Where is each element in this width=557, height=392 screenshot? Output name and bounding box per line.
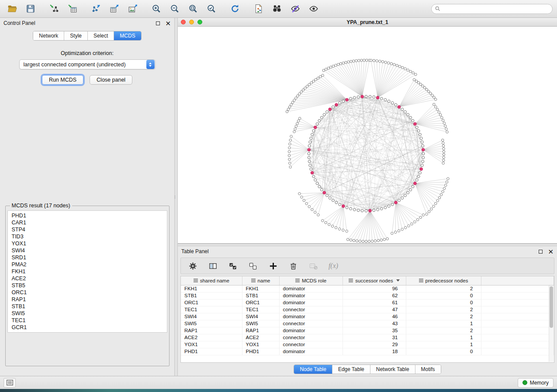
add-row-button[interactable] bbox=[267, 260, 279, 272]
cell-predecessor-nodes[interactable]: 0 bbox=[406, 292, 481, 299]
cell-mcds-role[interactable]: dominator bbox=[279, 299, 343, 306]
cell-successor-nodes[interactable]: 46 bbox=[343, 313, 406, 320]
save-session-button[interactable] bbox=[23, 2, 38, 16]
tab-motifs[interactable]: Motifs bbox=[415, 365, 441, 374]
table-row[interactable]: TEC1TEC1connector472 bbox=[181, 306, 554, 313]
cell-mcds-role[interactable]: dominator bbox=[279, 348, 343, 355]
table-row[interactable]: PHD1PHD1dominator180 bbox=[181, 348, 554, 355]
float-table-panel-icon[interactable] bbox=[539, 250, 543, 254]
import-network-button[interactable] bbox=[46, 2, 62, 16]
mcds-result-item[interactable]: PHD1 bbox=[8, 212, 167, 219]
show-columns-button[interactable] bbox=[207, 260, 218, 272]
cell-successor-nodes[interactable]: 43 bbox=[343, 320, 406, 327]
mcds-result-item[interactable]: YOX1 bbox=[8, 240, 167, 247]
cell-shared-name[interactable]: SWI4 bbox=[181, 313, 242, 320]
cell-mcds-role[interactable]: dominator bbox=[279, 327, 343, 334]
cell-shared-name[interactable]: TEC1 bbox=[181, 306, 242, 313]
cell-mcds-role[interactable]: dominator bbox=[279, 285, 343, 292]
cell-name[interactable]: PHD1 bbox=[242, 348, 279, 355]
zoom-in-button[interactable] bbox=[149, 2, 164, 16]
cell-predecessor-nodes[interactable]: 0 bbox=[406, 299, 481, 306]
mcds-result-item[interactable]: RAP1 bbox=[8, 296, 167, 303]
mcds-result-item[interactable]: SWI4 bbox=[8, 247, 167, 254]
mcds-result-item[interactable]: GCR1 bbox=[8, 324, 167, 331]
table-row[interactable]: FKH1FKH1dominator962 bbox=[181, 285, 554, 292]
export-image-button[interactable] bbox=[125, 2, 141, 16]
cell-predecessor-nodes[interactable]: 2 bbox=[406, 306, 481, 313]
close-table-panel-icon[interactable]: ✕ bbox=[548, 248, 554, 255]
mcds-result-item[interactable]: ORC1 bbox=[8, 289, 167, 296]
cell-mcds-role[interactable]: dominator bbox=[279, 313, 343, 320]
cell-successor-nodes[interactable]: 47 bbox=[343, 306, 406, 313]
cell-shared-name[interactable]: STB1 bbox=[181, 292, 242, 299]
show-panels-button[interactable] bbox=[3, 378, 16, 388]
cell-successor-nodes[interactable]: 62 bbox=[343, 292, 406, 299]
cell-predecessor-nodes[interactable]: 1 bbox=[406, 320, 481, 327]
tab-network[interactable]: Network bbox=[33, 31, 64, 40]
hide-graphics-details-button[interactable] bbox=[287, 2, 303, 16]
cell-predecessor-nodes[interactable]: 2 bbox=[406, 327, 481, 334]
cell-shared-name[interactable]: ORC1 bbox=[181, 299, 242, 306]
cell-name[interactable]: FKH1 bbox=[242, 285, 279, 292]
cell-mcds-role[interactable]: connector bbox=[279, 341, 343, 348]
cell-name[interactable]: SWI5 bbox=[242, 320, 279, 327]
window-close-icon[interactable] bbox=[181, 20, 186, 24]
cell-name[interactable]: YOX1 bbox=[242, 341, 279, 348]
export-table-button[interactable] bbox=[107, 2, 122, 16]
cell-mcds-role[interactable]: connector bbox=[279, 320, 343, 327]
search-input[interactable] bbox=[443, 6, 549, 12]
window-maximize-icon[interactable] bbox=[197, 20, 202, 24]
deselect-all-button[interactable] bbox=[247, 260, 259, 272]
cell-mcds-role[interactable]: dominator bbox=[279, 292, 343, 299]
mcds-result-item[interactable]: STB5 bbox=[8, 282, 167, 289]
open-session-button[interactable] bbox=[4, 2, 20, 16]
cell-predecessor-nodes[interactable]: 2 bbox=[406, 285, 481, 292]
float-panel-icon[interactable] bbox=[156, 21, 160, 25]
cell-predecessor-nodes[interactable]: 0 bbox=[406, 348, 481, 355]
tab-network-table[interactable]: Network Table bbox=[370, 365, 415, 374]
mcds-result-list[interactable]: PHD1CAR1STP4TID3YOX1SWI4SRD1PMA2FKH1ACE2… bbox=[7, 210, 167, 333]
cell-predecessor-nodes[interactable]: 1 bbox=[406, 341, 481, 348]
vertical-splitter[interactable]: … bbox=[175, 18, 178, 376]
tab-edge-table[interactable]: Edge Table bbox=[332, 365, 370, 374]
run-mcds-button[interactable]: Run MCDS bbox=[42, 75, 83, 85]
table-row[interactable]: STB1STB1dominator620 bbox=[181, 292, 554, 299]
mcds-result-item[interactable]: STP4 bbox=[8, 226, 167, 233]
table-row[interactable]: YOX1YOX1connector291 bbox=[181, 341, 554, 348]
cell-name[interactable]: TEC1 bbox=[242, 306, 279, 313]
mcds-result-item[interactable]: SWI5 bbox=[8, 310, 167, 317]
cell-name[interactable]: ACE2 bbox=[242, 334, 279, 341]
mcds-result-item[interactable]: PMA2 bbox=[8, 261, 167, 268]
function-builder-button[interactable]: f(x) bbox=[328, 260, 339, 272]
close-panel-icon[interactable]: ✕ bbox=[165, 20, 171, 27]
network-canvas[interactable] bbox=[178, 27, 557, 243]
table-settings-button[interactable] bbox=[187, 260, 198, 272]
cell-successor-nodes[interactable]: 29 bbox=[343, 341, 406, 348]
cell-name[interactable]: ORC1 bbox=[242, 299, 279, 306]
close-mcds-panel-button[interactable]: Close panel bbox=[90, 75, 132, 85]
mcds-result-item[interactable]: CAR1 bbox=[8, 219, 167, 226]
tab-node-table[interactable]: Node Table bbox=[294, 365, 332, 374]
clear-table-button-disabled[interactable] bbox=[308, 260, 319, 272]
column-header-name[interactable]: name bbox=[242, 276, 279, 285]
scrollbar-thumb[interactable] bbox=[550, 286, 553, 328]
cell-successor-nodes[interactable]: 61 bbox=[343, 299, 406, 306]
column-header-shared-name[interactable]: shared name bbox=[181, 276, 242, 285]
table-row[interactable]: SWI5SWI5connector431 bbox=[181, 320, 554, 327]
table-scrollbar[interactable] bbox=[549, 285, 554, 362]
cell-name[interactable]: SWI4 bbox=[242, 313, 279, 320]
cell-successor-nodes[interactable]: 18 bbox=[343, 348, 406, 355]
refresh-button[interactable] bbox=[227, 2, 243, 16]
cell-shared-name[interactable]: ACE2 bbox=[181, 334, 242, 341]
zoom-selected-button[interactable] bbox=[204, 2, 219, 16]
zoom-out-button[interactable] bbox=[167, 2, 183, 16]
tab-select[interactable]: Select bbox=[88, 31, 114, 40]
mcds-result-item[interactable]: TEC1 bbox=[8, 317, 167, 324]
mcds-result-item[interactable]: FKH1 bbox=[8, 268, 167, 275]
optimization-criterion-dropdown[interactable]: largest connected component (undirected) bbox=[19, 59, 156, 69]
import-table-button[interactable] bbox=[65, 2, 80, 16]
column-header-mcds-role[interactable]: MCDS role bbox=[279, 276, 343, 285]
select-all-button[interactable] bbox=[227, 260, 239, 272]
find-button[interactable] bbox=[269, 2, 285, 16]
mcds-result-item[interactable]: SRD1 bbox=[8, 254, 167, 261]
